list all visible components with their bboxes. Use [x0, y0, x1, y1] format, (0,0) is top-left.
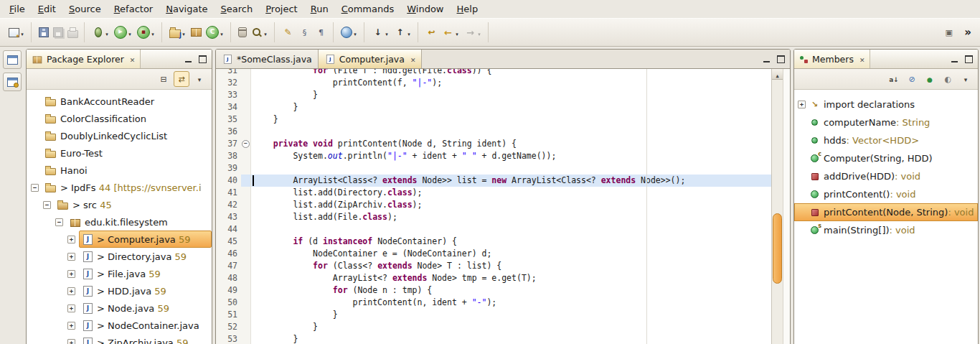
- code-line[interactable]: 47 for (Class<? extends Node> T : list) …: [216, 260, 771, 272]
- member-item[interactable]: computerName : String: [794, 113, 978, 131]
- hide-non-public-button[interactable]: [940, 71, 956, 87]
- menu-run[interactable]: Run: [304, 1, 335, 17]
- new-java-project-button[interactable]: [167, 24, 189, 41]
- code-line[interactable]: 41 list.add(Directory.class);: [216, 187, 771, 199]
- menu-project[interactable]: Project: [259, 1, 304, 17]
- collapse-all-button[interactable]: [156, 71, 171, 87]
- code-line[interactable]: 50 printContent(n, ident + "-");: [216, 297, 771, 309]
- expander-icon[interactable]: [55, 218, 63, 226]
- tree-item[interactable]: BankAccountReader: [27, 93, 212, 110]
- tree-item[interactable]: Hanoi: [27, 162, 212, 179]
- dropdown-arrow-icon[interactable]: [150, 27, 156, 38]
- show-selected-element-button[interactable]: [296, 24, 313, 41]
- code-line[interactable]: 48 ArrayList<? extends Node> tmp = e.get…: [216, 272, 771, 284]
- menu-file[interactable]: File: [3, 1, 32, 17]
- dropdown-arrow-icon[interactable]: [476, 27, 482, 38]
- dropdown-arrow-icon[interactable]: [19, 27, 25, 38]
- code-line[interactable]: 31 for (File f : hdd.get(File.class)) {: [216, 69, 771, 77]
- link-with-editor-button[interactable]: [174, 71, 189, 87]
- code-line[interactable]: 52 }: [216, 321, 771, 333]
- previous-annotation-button[interactable]: [392, 24, 414, 41]
- minimized-view-button[interactable]: [3, 73, 22, 91]
- menu-commands[interactable]: Commands: [335, 1, 401, 17]
- dropdown-arrow-icon[interactable]: [352, 27, 358, 38]
- code-editor[interactable]: 31 for (File f : hdd.get(File.class)) {3…: [216, 69, 790, 344]
- show-whitespace-button[interactable]: [313, 24, 329, 41]
- editor-tab[interactable]: *SomeClass.java: [216, 50, 319, 68]
- toolbar-overflow-chevron[interactable]: »: [964, 26, 971, 39]
- expander-icon[interactable]: [43, 201, 51, 209]
- debug-button[interactable]: [90, 24, 112, 41]
- menu-help[interactable]: Help: [451, 1, 485, 17]
- maximize-button[interactable]: [963, 54, 974, 65]
- new-class-button[interactable]: [204, 23, 227, 42]
- last-edit-location-button[interactable]: [423, 24, 440, 41]
- dropdown-arrow-icon[interactable]: [384, 27, 390, 38]
- menu-window[interactable]: Window: [400, 1, 450, 17]
- tree-item[interactable]: edu.kit.filesystem: [27, 213, 212, 231]
- expander-icon[interactable]: [67, 305, 75, 312]
- view-menu-button[interactable]: [192, 71, 207, 87]
- member-item[interactable]: cComputer(String, HDD): [794, 149, 978, 167]
- code-line[interactable]: 49 for (Node n : tmp) {: [216, 284, 771, 297]
- code-line[interactable]: 33 }: [216, 89, 771, 101]
- minimize-button[interactable]: [948, 54, 960, 65]
- scrollbar-track[interactable]: [772, 80, 783, 344]
- scroll-up-button[interactable]: [772, 69, 783, 80]
- tree-item[interactable]: > ZipArchiv.java 59: [27, 334, 212, 344]
- open-browser-button[interactable]: [339, 24, 360, 41]
- member-item[interactable]: hdds : Vector<HDD>: [794, 131, 978, 149]
- pin-editor-button[interactable]: [941, 24, 957, 41]
- save-all-button[interactable]: [51, 24, 65, 40]
- close-icon[interactable]: [130, 54, 136, 65]
- external-tools-button[interactable]: [135, 23, 158, 42]
- code-line[interactable]: 35 }: [216, 113, 771, 126]
- minimize-button[interactable]: [182, 54, 194, 65]
- dropdown-arrow-icon[interactable]: [181, 27, 187, 38]
- back-button[interactable]: [440, 24, 462, 41]
- search-button[interactable]: [249, 24, 270, 41]
- code-line[interactable]: 40 ArrayList<Class<? extends Node>> list…: [216, 175, 771, 187]
- code-line[interactable]: 34 }: [216, 101, 771, 113]
- tree-item[interactable]: DoublyLinkedCyclicList: [27, 127, 212, 144]
- expander-icon[interactable]: [798, 101, 806, 108]
- code-line[interactable]: 32 printContent(f, "|-");: [216, 77, 771, 89]
- tree-item[interactable]: > NodeContainer.java: [27, 317, 212, 334]
- code-line[interactable]: 46 NodeContainer e = (NodeContainer) d;: [216, 248, 771, 260]
- expander-icon[interactable]: [67, 236, 75, 243]
- fold-collapse-icon[interactable]: [242, 140, 250, 148]
- code-line[interactable]: 45 if (d instanceof NodeContainer) {: [216, 236, 771, 248]
- expander-icon[interactable]: [67, 287, 75, 295]
- dropdown-arrow-icon[interactable]: [127, 27, 133, 38]
- menu-refactor[interactable]: Refactor: [108, 1, 160, 17]
- next-annotation-button[interactable]: [369, 24, 392, 41]
- minimize-button[interactable]: [760, 54, 772, 65]
- tree-item[interactable]: > IpdFs 44 [https://svnserver.i: [27, 179, 212, 196]
- member-item[interactable]: printContent() : void: [794, 185, 978, 203]
- package-explorer-tab[interactable]: Package Explorer: [27, 50, 141, 68]
- tree-item[interactable]: > HDD.java 59: [27, 282, 212, 299]
- code-line[interactable]: 43 list.add(File.class);: [216, 211, 771, 223]
- code-line[interactable]: 37 private void printContent(Node d, Str…: [216, 138, 771, 150]
- new-wizard-button[interactable]: [6, 24, 27, 41]
- scrollbar-thumb[interactable]: [773, 213, 782, 284]
- close-icon[interactable]: [859, 54, 865, 65]
- jar-export-button[interactable]: [236, 24, 249, 40]
- maximize-button[interactable]: [197, 54, 208, 65]
- tree-item[interactable]: > File.java 59: [27, 265, 212, 282]
- tree-item[interactable]: > Node.java 59: [27, 299, 212, 317]
- expander-icon[interactable]: [67, 253, 75, 261]
- tree-item[interactable]: ColorClassification: [27, 110, 212, 127]
- new-package-button[interactable]: [189, 25, 204, 39]
- menu-source[interactable]: Source: [62, 1, 108, 17]
- menu-search[interactable]: Search: [215, 1, 260, 17]
- code-line[interactable]: 51 }: [216, 309, 771, 321]
- tree-item[interactable]: > src 45: [27, 196, 212, 213]
- run-button[interactable]: [112, 23, 135, 42]
- tree-item[interactable]: Euro-Test: [27, 144, 212, 162]
- code-line[interactable]: 53 }: [216, 333, 771, 344]
- tree-item[interactable]: > Directory.java 59: [27, 248, 212, 265]
- sort-button[interactable]: [886, 71, 902, 87]
- code-line[interactable]: 39: [216, 162, 771, 175]
- code-line[interactable]: 36: [216, 126, 771, 138]
